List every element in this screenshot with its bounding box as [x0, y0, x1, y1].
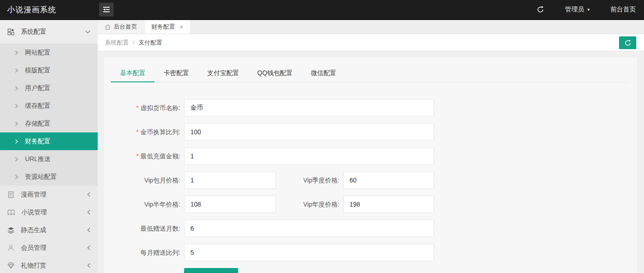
sidebar-group-label: 系统配置 [21, 28, 46, 36]
chevron-right-icon [15, 68, 18, 73]
frontend-home-link[interactable]: 前台首页 [610, 5, 636, 14]
layers-icon [7, 227, 15, 234]
breadcrumb-payment-config: 支付配置 [139, 39, 162, 47]
chevron-right-icon [15, 139, 18, 144]
sidebar-item-url-push[interactable]: URL推送 [0, 150, 98, 168]
refresh-icon [624, 40, 631, 46]
gem-icon [7, 262, 15, 269]
chevron-left-icon [87, 192, 90, 197]
virtual-currency-name-label: *虚拟货币名称: [111, 99, 184, 116]
coin-exchange-ratio-label: *金币换算比列: [111, 123, 184, 141]
form-row: *金币换算比列: [111, 123, 630, 141]
required-mark: * [136, 104, 139, 111]
tab-basic-config[interactable]: 基本配置 [111, 64, 155, 82]
form-row: *虚拟货币名称: [111, 99, 630, 116]
vip-quarterly-price-label: Vip季度价格: [276, 172, 343, 189]
vip-half-year-price-field[interactable] [184, 196, 276, 213]
vip-yearly-price-label: Vip年度价格: [276, 196, 343, 213]
main-content-area: 后台首页 财务配置 × 系统配置 / 支付配置 基本配置 卡密配置 支付宝配置 … [98, 20, 644, 273]
tab-wechat-config[interactable]: 微信配置 [302, 64, 345, 82]
comic-book-icon [7, 191, 15, 198]
sidebar-group-system-config[interactable]: 系统配置 [0, 20, 98, 44]
window-tab-bar: 后台首页 财务配置 × [98, 20, 644, 34]
sidebar-item-cache-config[interactable]: 缓存配置 [0, 97, 98, 115]
user-icon [7, 244, 15, 252]
breadcrumb-separator: / [133, 39, 135, 46]
sidebar-item-user-config[interactable]: 用户配置 [0, 79, 98, 97]
refresh-button[interactable] [537, 6, 544, 13]
form-row: 每月赠送比列: [111, 244, 630, 261]
page-refresh-button[interactable] [619, 36, 636, 49]
chevron-right-icon [15, 86, 18, 91]
sidebar-group-comic-management[interactable]: 漫画管理 [0, 186, 98, 203]
chevron-right-icon [15, 51, 18, 55]
sidebar-group-static-generation[interactable]: 静态生成 [0, 221, 98, 239]
monthly-gift-ratio-field[interactable] [184, 244, 434, 261]
min-gift-months-label: 最低赠送月数: [111, 220, 184, 237]
tab-finance-config[interactable]: 财务配置 × [145, 20, 190, 34]
sidebar-group-gift-reward[interactable]: 礼物打赏 [0, 257, 98, 273]
basic-config-form: *虚拟货币名称: *金币换算比列: *最低充值金额: Vip包月价格: Vip季… [111, 99, 630, 273]
sidebar-item-finance-config[interactable]: 财务配置 [0, 132, 98, 150]
coin-exchange-ratio-field[interactable] [184, 123, 434, 141]
sidebar-collapse-icon [102, 6, 110, 13]
monthly-gift-ratio-label: 每月赠送比列: [111, 244, 184, 261]
tab-alipay-config[interactable]: 支付宝配置 [198, 64, 248, 82]
sidebar-item-template-config[interactable]: 模版配置 [0, 61, 98, 79]
chevron-right-icon [15, 121, 18, 126]
payment-config-tabs: 基本配置 卡密配置 支付宝配置 QQ钱包配置 微信配置 [111, 64, 630, 82]
submit-button[interactable] [184, 268, 238, 273]
required-mark: * [136, 152, 139, 160]
chevron-left-icon [87, 263, 90, 268]
form-row: 最低赠送月数: [111, 220, 630, 237]
user-name: 管理员 [565, 5, 584, 14]
chevron-right-icon [15, 104, 18, 108]
chevron-right-icon [15, 157, 18, 162]
home-icon [105, 24, 111, 30]
open-book-icon [7, 209, 15, 216]
top-header: 小说漫画系统 管理员 ▼ 前台首页 [0, 0, 644, 20]
sidebar-item-website-config[interactable]: 网站配置 [0, 44, 98, 61]
vip-monthly-price-field[interactable] [184, 172, 276, 189]
sidebar-group-member-management[interactable]: 会员管理 [0, 239, 98, 257]
tab-qq-wallet-config[interactable]: QQ钱包配置 [248, 64, 302, 82]
form-row: Vip半年价格: Vip年度价格: [111, 196, 630, 213]
tab-label: 财务配置 [151, 23, 175, 31]
form-row: *最低充值金额: [111, 147, 630, 165]
user-dropdown[interactable]: 管理员 ▼ [565, 5, 590, 14]
min-recharge-amount-label: *最低充值金额: [111, 147, 184, 165]
sidebar-collapse-button[interactable] [99, 3, 114, 16]
sidebar-group-novel-management[interactable]: 小说管理 [0, 203, 98, 221]
breadcrumb-system-config[interactable]: 系统配置 [105, 39, 129, 47]
refresh-icon [537, 6, 544, 13]
caret-down-icon: ▼ [587, 8, 590, 12]
sidebar-item-resource-site-config[interactable]: 资源站配置 [0, 168, 98, 186]
sidebar: 系统配置 网站配置 模版配置 用户配置 缓存配置 存储配置 财务配置 [0, 20, 98, 273]
sidebar-item-storage-config[interactable]: 存储配置 [0, 115, 98, 132]
chevron-right-icon [15, 175, 18, 179]
breadcrumb-bar: 系统配置 / 支付配置 [98, 34, 644, 51]
min-recharge-amount-field[interactable] [184, 147, 434, 165]
required-mark: * [136, 128, 139, 136]
chevron-left-icon [87, 245, 90, 250]
vip-yearly-price-field[interactable] [343, 196, 434, 213]
vip-monthly-price-label: Vip包月价格: [111, 172, 184, 189]
chevron-down-icon [85, 30, 90, 34]
app-title: 小说漫画系统 [0, 5, 98, 15]
vip-quarterly-price-field[interactable] [343, 172, 434, 189]
tab-label: 后台首页 [114, 23, 137, 31]
min-gift-months-field[interactable] [184, 220, 434, 237]
virtual-currency-name-field[interactable] [184, 99, 434, 116]
tab-admin-home[interactable]: 后台首页 [98, 20, 145, 34]
system-config-submenu: 网站配置 模版配置 用户配置 缓存配置 存储配置 财务配置 URL推送 资源站 [0, 44, 98, 186]
grid-icon [7, 28, 15, 35]
vip-half-year-price-label: Vip半年价格: [111, 196, 184, 213]
close-icon[interactable]: × [180, 24, 183, 30]
form-row: Vip包月价格: Vip季度价格: [111, 172, 630, 189]
chevron-left-icon [87, 210, 90, 215]
payment-config-card: 基本配置 卡密配置 支付宝配置 QQ钱包配置 微信配置 *虚拟货币名称: *金币… [104, 57, 637, 273]
tab-card-key-config[interactable]: 卡密配置 [155, 64, 198, 82]
chevron-left-icon [87, 228, 90, 233]
